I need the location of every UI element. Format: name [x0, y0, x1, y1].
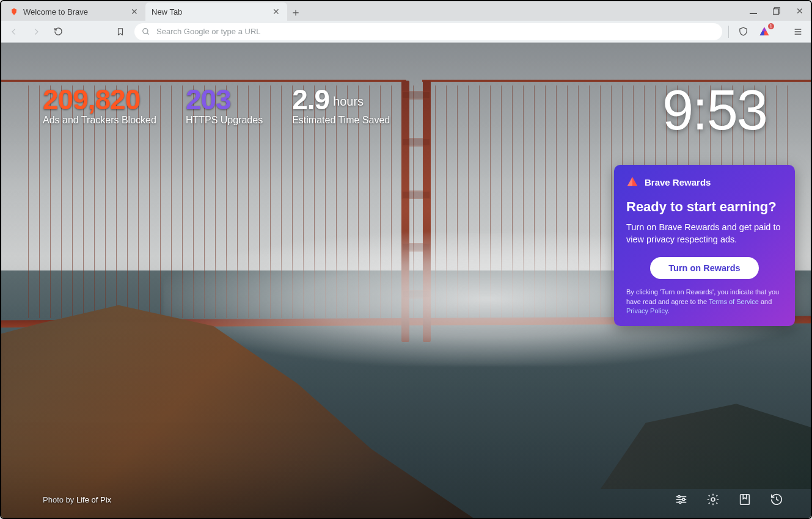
close-window-icon[interactable]: ✕ [792, 4, 807, 18]
tab-title: Welcome to Brave [23, 7, 125, 16]
svg-point-16 [678, 496, 681, 498]
tab-title: New Tab [152, 7, 266, 16]
stat-https-upgrades: 203 HTTPS Upgrades [186, 85, 263, 126]
rewards-button[interactable]: 1 [757, 24, 772, 39]
rewards-badge: 1 [768, 23, 774, 29]
rewards-title: Ready to start earning? [626, 199, 783, 215]
turn-on-rewards-button[interactable]: Turn on Rewards [650, 257, 758, 279]
stat-label: Estimated Time Saved [292, 115, 390, 126]
rewards-brand: Brave Rewards [645, 177, 711, 187]
close-icon[interactable]: ✕ [130, 7, 139, 16]
new-tab-button[interactable]: ＋ [287, 4, 304, 21]
search-icon [142, 27, 150, 36]
tab-newtab[interactable]: New Tab ✕ [145, 2, 287, 21]
stat-label: Ads and Trackers Blocked [43, 115, 156, 126]
new-tab-page: 209,820 Ads and Trackers Blocked 203 HTT… [1, 43, 811, 518]
stats-row: 209,820 Ads and Trackers Blocked 203 HTT… [43, 85, 390, 126]
stat-unit: hours [333, 95, 364, 108]
tab-strip: Welcome to Brave ✕ New Tab ✕ ＋ ✕ [1, 1, 811, 21]
window-controls: ✕ [746, 1, 807, 21]
url-input[interactable] [156, 27, 715, 36]
shields-button[interactable] [735, 24, 751, 40]
svg-point-17 [682, 498, 685, 501]
svg-marker-12 [627, 177, 632, 186]
close-icon[interactable]: ✕ [271, 7, 281, 16]
bookmark-button[interactable] [112, 24, 128, 40]
reload-button[interactable] [50, 24, 66, 40]
terms-link[interactable]: Terms of Service [709, 298, 759, 305]
brave-rewards-icon [626, 176, 638, 188]
minimize-icon[interactable] [746, 4, 761, 18]
maximize-icon[interactable] [769, 4, 784, 18]
rewards-lead: Turn on Brave Rewards and get paid to vi… [626, 221, 783, 246]
toolbar-divider [728, 26, 729, 38]
stat-value: 209,820 [43, 85, 156, 114]
svg-point-18 [679, 501, 681, 504]
toolbar: 1 [1, 21, 811, 43]
photo-credit: Photo by Life of Pix [43, 495, 111, 504]
tab-welcome[interactable]: Welcome to Brave ✕ [4, 2, 145, 21]
svg-rect-20 [741, 495, 750, 505]
svg-rect-0 [750, 13, 757, 14]
customize-icon[interactable] [673, 491, 690, 508]
address-bar[interactable] [134, 23, 722, 40]
rewards-fineprint: By clicking 'Turn on Rewards', you indic… [626, 288, 783, 317]
stat-value: 2.9 [292, 84, 329, 115]
photo-author-link[interactable]: Life of Pix [76, 495, 111, 504]
brave-favicon [10, 7, 18, 16]
settings-icon[interactable] [704, 491, 722, 508]
svg-point-3 [143, 28, 148, 33]
svg-marker-7 [762, 27, 767, 31]
stat-value: 203 [186, 85, 263, 114]
rewards-card: Brave Rewards Ready to start earning? Tu… [614, 165, 795, 326]
bookmarks-icon[interactable] [736, 491, 753, 508]
clock: 9:53 [662, 78, 767, 142]
history-icon[interactable] [768, 491, 785, 508]
svg-rect-2 [774, 9, 779, 15]
stat-ads-blocked: 209,820 Ads and Trackers Blocked [43, 85, 156, 126]
svg-point-19 [711, 498, 715, 501]
stat-label: HTTPS Upgrades [186, 115, 263, 126]
menu-button[interactable] [790, 24, 806, 40]
forward-button[interactable] [28, 24, 44, 40]
privacy-link[interactable]: Privacy Policy [626, 307, 668, 314]
svg-line-4 [147, 32, 149, 34]
back-button[interactable] [6, 24, 22, 40]
stat-time-saved: 2.9hours Estimated Time Saved [292, 85, 390, 126]
ntp-toolbar [673, 491, 785, 508]
